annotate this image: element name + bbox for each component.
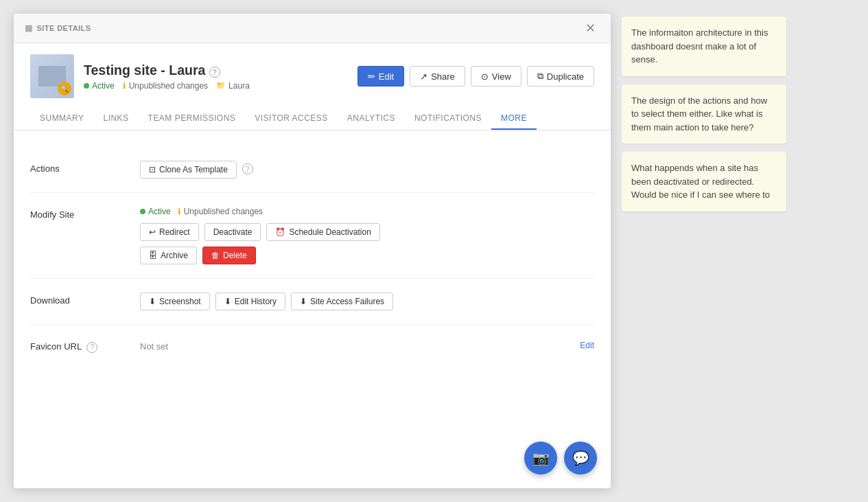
active-label: Active (92, 81, 115, 91)
edit-button[interactable]: ✏ Edit (357, 66, 404, 87)
site-action-buttons: ✏ Edit ↗ Share ⊙ View ⧉ Duplicate (357, 66, 594, 87)
edit-history-label: Edit History (235, 297, 277, 306)
clone-as-template-button[interactable]: ⊡ Clone As Template (140, 161, 237, 179)
favicon-value: Not set (140, 339, 168, 352)
status-unpublished: ℹ Unpublished changes (123, 81, 208, 91)
comment-card-3: What happends when a site has been deact… (622, 152, 786, 212)
view-icon: ⊙ (481, 71, 489, 82)
duplicate-button[interactable]: ⧉ Duplicate (527, 66, 594, 87)
unpublished-icon: ℹ (123, 81, 126, 91)
actions-help-icon[interactable]: ? (242, 163, 253, 174)
actions-section: Actions ⊡ Clone As Template ? (30, 147, 594, 193)
redirect-label: Redirect (159, 227, 190, 237)
clone-icon: ⊡ (149, 165, 156, 174)
status-active: Active (84, 81, 115, 91)
site-name-help-icon[interactable]: ? (209, 67, 220, 78)
screenshot-button[interactable]: ⬇ Screenshot (140, 293, 210, 310)
redirect-button[interactable]: ↩ Redirect (140, 223, 199, 241)
side-panel: The informaiton architecture in this das… (622, 14, 786, 488)
site-name-heading: Testing site - Laura ? (84, 62, 250, 78)
archive-label: Archive (161, 251, 188, 260)
edit-history-button[interactable]: ⬇ Edit History (215, 293, 285, 310)
modify-unpublished-icon: ℹ (178, 207, 181, 216)
modal-title-text: SITE DETAILS (36, 24, 91, 32)
modal-content: Actions ⊡ Clone As Template ? Modify Sit… (14, 130, 611, 488)
favicon-body: Not set Edit (140, 339, 594, 353)
favicon-label: Favicon URL ? (30, 339, 126, 353)
modify-buttons-row-1: ↩ Redirect Deactivate ⏰ Schedule Deactiv… (140, 223, 594, 241)
grid-icon: ▦ (25, 23, 32, 33)
delete-label: Delete (223, 251, 247, 260)
modify-site-section: Modify Site Active ℹ Unpublished changes (30, 193, 594, 279)
tab-team-permissions[interactable]: TEAM PERMISSIONS (139, 108, 246, 130)
download-buttons-row: ⬇ Screenshot ⬇ Edit History ⬇ Site Acces… (140, 293, 594, 310)
favicon-section: Favicon URL ? Not set Edit (30, 325, 594, 367)
status-user: 📁 Laura (216, 81, 250, 91)
tab-visitor-access[interactable]: VISITOR ACCESS (245, 108, 338, 130)
modify-buttons-row-2: 🗄 Archive 🗑 Delete (140, 247, 594, 264)
modify-active-label: Active (148, 207, 171, 216)
actions-label: Actions (30, 161, 126, 179)
modify-site-body: Active ℹ Unpublished changes ↩ Redirect (140, 207, 594, 264)
fab-row: 📷 💬 (524, 442, 597, 475)
tab-summary[interactable]: SUMMARY (30, 108, 93, 130)
site-access-failures-button[interactable]: ⬇ Site Access Failures (291, 293, 393, 310)
actions-buttons-row: ⊡ Clone As Template ? (140, 161, 594, 179)
edit-history-icon: ⬇ (224, 297, 231, 306)
redirect-icon: ↩ (149, 227, 156, 237)
archive-icon: 🗄 (149, 251, 157, 260)
comment-text-2: The design of the actions and how to sel… (631, 95, 767, 133)
tab-more[interactable]: MORE (491, 108, 537, 130)
chat-fab[interactable]: 💬 (564, 442, 597, 475)
modify-status-active: Active (140, 207, 171, 216)
download-section: Download ⬇ Screenshot ⬇ Edit History ⬇ (30, 279, 594, 325)
download-label: Download (30, 293, 126, 310)
modal-title: ▦ SITE DETAILS (25, 23, 91, 33)
site-access-label: Site Access Failures (310, 297, 384, 306)
unpublished-label: Unpublished changes (129, 81, 208, 91)
tab-links[interactable]: LINKS (93, 108, 138, 130)
screenshot-icon: ⬇ (149, 297, 156, 306)
deactivate-label: Deactivate (213, 227, 253, 237)
pencil-icon: ✏ (368, 71, 375, 82)
modal-panel: ▦ SITE DETAILS ✕ 🔍 Testing site - Laura … (14, 14, 611, 488)
delete-button[interactable]: 🗑 Delete (202, 247, 256, 264)
modify-status-row: Active ℹ Unpublished changes (140, 207, 594, 216)
comment-card-2: The design of the actions and how to sel… (622, 84, 786, 144)
favicon-row: Not set Edit (140, 339, 594, 352)
schedule-deactivation-button[interactable]: ⏰ Schedule Deactivation (266, 223, 379, 241)
camera-fab[interactable]: 📷 (524, 442, 557, 475)
comment-text-3: What happends when a site has been deact… (631, 163, 770, 200)
actions-body: ⊡ Clone As Template ? (140, 161, 594, 179)
site-meta: Testing site - Laura ? Active ℹ Unpublis… (84, 62, 250, 91)
schedule-icon: ⏰ (275, 227, 285, 237)
download-body: ⬇ Screenshot ⬇ Edit History ⬇ Site Acces… (140, 293, 594, 310)
tab-notifications[interactable]: NOTIFICATIONS (405, 108, 491, 130)
site-thumbnail: 🔍 (30, 54, 74, 98)
schedule-label: Schedule Deactivation (289, 227, 371, 237)
site-access-icon: ⬇ (300, 297, 307, 306)
modify-active-dot (140, 209, 145, 214)
site-status-row: Active ℹ Unpublished changes 📁 Laura (84, 81, 250, 91)
favicon-help-icon[interactable]: ? (86, 342, 97, 353)
modal-header: ▦ SITE DETAILS ✕ (14, 14, 611, 43)
modify-unpublished: ℹ Unpublished changes (178, 207, 263, 216)
site-info-left: 🔍 Testing site - Laura ? Active ℹ (30, 54, 250, 98)
clone-label: Clone As Template (159, 165, 228, 174)
comment-card-1: The informaiton architecture in this das… (622, 16, 786, 76)
site-name-text: Testing site - Laura (84, 62, 205, 78)
view-button[interactable]: ⊙ View (471, 66, 521, 87)
favicon-edit-link[interactable]: Edit (580, 341, 594, 350)
user-label: Laura (228, 81, 250, 91)
share-icon: ↗ (420, 71, 427, 82)
share-button[interactable]: ↗ Share (410, 66, 465, 87)
modify-site-label: Modify Site (30, 207, 126, 264)
tab-analytics[interactable]: ANALYTICS (338, 108, 405, 130)
site-info-row: 🔍 Testing site - Laura ? Active ℹ (14, 43, 611, 98)
active-dot (84, 83, 89, 89)
close-button[interactable]: ✕ (581, 21, 600, 36)
delete-icon: 🗑 (211, 251, 220, 260)
modify-unpublished-label: Unpublished changes (184, 207, 263, 216)
deactivate-button[interactable]: Deactivate (204, 223, 261, 241)
archive-button[interactable]: 🗄 Archive (140, 247, 197, 264)
